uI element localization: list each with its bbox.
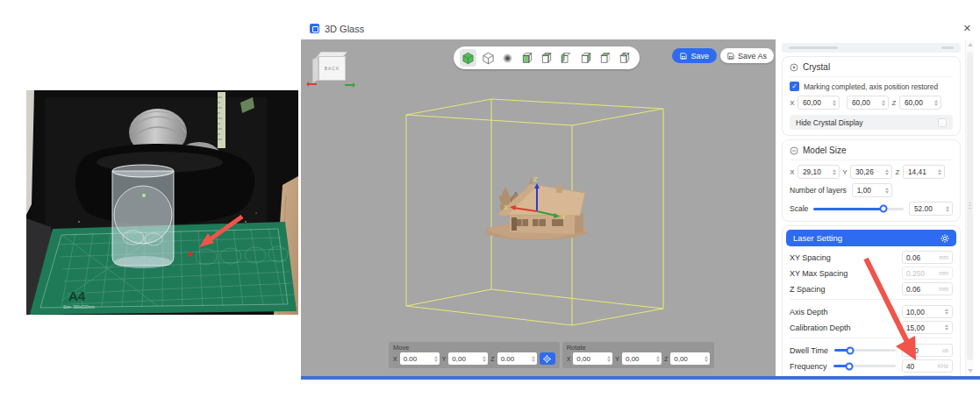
close-icon[interactable]: ✕ [963, 24, 971, 33]
rotate-z-input[interactable]: 0,00 [670, 352, 710, 365]
move-x-label: X [393, 356, 397, 362]
spinner-icon[interactable] [885, 188, 889, 194]
spinner-icon[interactable] [833, 169, 836, 175]
scroll-up-icon[interactable] [968, 43, 973, 46]
view-front-icon[interactable] [519, 49, 535, 67]
app-window: 3D Glass ✕ BACK [301, 18, 980, 383]
scroll-down-icon[interactable] [968, 369, 973, 373]
app-logo-icon [310, 24, 319, 33]
dwell-time-knob[interactable] [847, 346, 855, 354]
spinner-icon[interactable] [434, 356, 438, 362]
point-cloud-view-icon[interactable] [499, 49, 516, 67]
spinner-icon[interactable] [934, 100, 938, 106]
window-bottom-strip [301, 376, 980, 380]
scale-label: Scale [790, 204, 808, 213]
rotate-x-input[interactable]: 0,00 [573, 352, 612, 365]
spinner-icon[interactable] [656, 356, 660, 362]
scale-input[interactable]: 52.00 [909, 202, 953, 216]
panel-scrollbar[interactable] [965, 39, 974, 376]
clipped-top-row[interactable] [782, 43, 961, 53]
save-icon [680, 53, 687, 60]
frequency-input[interactable]: 40KHz [902, 359, 953, 373]
scrollbar-grip-icon [969, 203, 971, 209]
wireframe-cube-view-icon[interactable] [479, 49, 496, 67]
rotate-title: Rotate [567, 344, 711, 352]
dwell-time-input[interactable]: 400us [902, 344, 953, 357]
spinner-icon[interactable] [833, 100, 836, 106]
rotate-y-label: Y [615, 356, 619, 362]
spinner-icon[interactable] [882, 100, 885, 106]
spinner-icon[interactable] [532, 356, 535, 362]
crystal-x-input[interactable]: 60,00 [798, 96, 840, 110]
orientation-cube[interactable]: BACK [310, 50, 352, 89]
move-group: Move X 0.00 Y 0,00 Z 0.00 [389, 342, 560, 368]
crystal-section: Crystal ✓ Marking completed, axis positi… [782, 56, 961, 136]
size-z-input[interactable]: 14,41 [903, 165, 945, 179]
size-y-label: Y [842, 168, 848, 176]
y-axis-arrow-icon [345, 84, 354, 86]
view-top-icon[interactable] [597, 49, 613, 67]
move-z-input[interactable]: 0.00 [497, 352, 537, 365]
gizmo-x-label: X [504, 204, 508, 210]
frequency-knob[interactable] [846, 362, 854, 370]
gizmo-z-label: Z [533, 176, 538, 182]
viewport-3d[interactable]: BACK [301, 39, 776, 376]
view-left-icon[interactable] [558, 49, 575, 67]
frequency-slider[interactable] [833, 365, 896, 367]
clipped-value [941, 46, 954, 49]
dwell-time-slider[interactable] [834, 349, 896, 352]
layers-label: Number of layers [790, 186, 847, 195]
hide-crystal-checkbox[interactable] [938, 118, 947, 127]
save-bar: Save Save As [672, 48, 774, 63]
rotate-z-label: Z [664, 356, 668, 362]
window-title: 3D Glass [325, 24, 364, 34]
move-x-input[interactable]: 0.00 [400, 352, 440, 365]
save-as-button[interactable]: Save As [720, 48, 774, 63]
photo-scene: A4 Size: 300x220mm [26, 90, 298, 315]
mat-size-text: Size: 300x220mm [63, 305, 95, 309]
view-right-icon[interactable] [577, 49, 594, 67]
view-back-icon[interactable] [617, 49, 633, 67]
spinner-icon[interactable] [705, 356, 708, 362]
rotate-y-input[interactable]: 0,00 [622, 352, 662, 365]
gizmo-y-label: Y [562, 214, 566, 220]
size-x-input[interactable]: 29,10 [798, 165, 840, 179]
scale-slider-knob[interactable] [880, 205, 888, 213]
marking-checkbox[interactable]: ✓ [790, 82, 799, 91]
layers-input[interactable]: 1,00 [852, 183, 892, 197]
scanned-model[interactable] [485, 174, 587, 241]
xy-spacing-input[interactable]: 0.06mm [902, 251, 953, 264]
spinner-icon[interactable] [945, 324, 948, 330]
orientation-cube-left [312, 56, 318, 83]
pulse-width-input[interactable]: 15us [902, 375, 953, 376]
laser-dot [188, 252, 192, 256]
orientation-cube-front[interactable]: BACK [318, 56, 346, 81]
spinner-icon[interactable] [946, 206, 949, 212]
gear-icon[interactable] [941, 234, 949, 243]
work-volume-wireframe [406, 99, 663, 325]
center-target-button[interactable] [540, 352, 555, 365]
hide-crystal-display-button[interactable]: Hide Crystal Display [790, 115, 953, 130]
calibration-depth-input[interactable]: 15,00 [902, 321, 953, 334]
spinner-icon[interactable] [607, 356, 611, 362]
axis-depth-input[interactable]: 10,00 [902, 305, 953, 318]
mat-title-text: A4 [68, 288, 86, 303]
move-y-input[interactable]: 0,00 [448, 352, 488, 365]
move-z-label: Z [490, 356, 494, 362]
size-y-input[interactable]: 30,26 [850, 165, 892, 179]
laser-setting-header[interactable]: Laser Setting [786, 230, 956, 246]
spinner-icon[interactable] [483, 356, 486, 362]
spinner-icon[interactable] [938, 169, 941, 175]
save-button[interactable]: Save [672, 48, 717, 63]
frequency-label: Frequency [790, 362, 827, 371]
z-spacing-input[interactable]: 0.06mm [902, 282, 953, 295]
spinner-icon[interactable] [885, 169, 889, 175]
size-z-label: Z [895, 168, 900, 176]
scale-slider[interactable] [813, 208, 904, 210]
spinner-icon[interactable] [945, 309, 948, 315]
view-bottom-icon[interactable] [538, 49, 554, 67]
rotate-x-label: X [567, 356, 571, 362]
crystal-y-input[interactable]: 60,00 [847, 96, 889, 110]
crystal-z-input[interactable]: 60,00 [899, 96, 941, 110]
solid-cube-view-icon[interactable] [460, 49, 476, 67]
